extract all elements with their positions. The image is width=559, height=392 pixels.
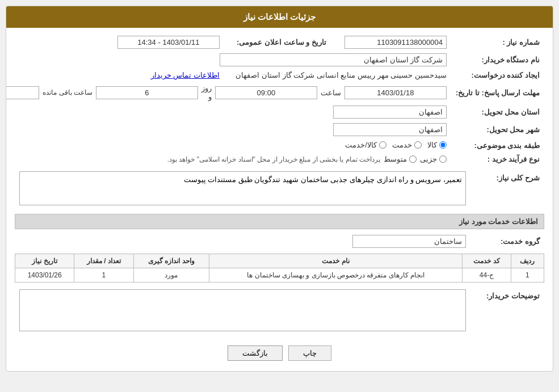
send-remaining-value: 17:50:54	[6, 86, 39, 99]
col-header-date: تاریخ نیاز	[15, 254, 74, 268]
table-cell-quantity: 1	[74, 268, 133, 283]
send-time-value: 09:00	[215, 86, 317, 99]
col-header-code: کد خدمت	[463, 254, 511, 268]
buyer-notes-textarea[interactable]	[19, 289, 466, 331]
delivery-province-label: استان محل تحویل:	[451, 103, 544, 121]
col-header-name: نام خدمت	[209, 254, 463, 268]
table-cell-row: 1	[511, 268, 544, 283]
buyer-name-value: شرکت گاز استان اصفهان	[220, 53, 447, 66]
purchase-type-motavaset-label: متوسط	[384, 155, 407, 163]
send-date-value: 1403/01/18	[344, 86, 447, 99]
need-number-value: 1103091138000004	[344, 36, 447, 49]
category-kala-label: کالا	[427, 141, 437, 149]
col-header-unit: واحد اندازه گیری	[133, 254, 209, 268]
print-button[interactable]: چاپ	[288, 345, 331, 361]
services-section-title: اطلاعات خدمات مورد نیاز	[15, 214, 544, 229]
send-days-label: روز و	[201, 84, 212, 101]
col-header-row: ردیف	[511, 254, 544, 268]
category-radio-kala-khedmat[interactable]: کالا/خدمت	[345, 141, 386, 149]
send-date-label: مهلت ارسال پاسخ: تا تاریخ:	[451, 82, 544, 103]
category-khedmat-label: خدمت	[392, 141, 412, 149]
delivery-province-value: اصفهان	[333, 106, 447, 119]
category-radio-khedmat[interactable]: خدمت	[392, 141, 422, 149]
purchase-type-radio-jazii[interactable]: جزیی	[420, 155, 447, 163]
back-button[interactable]: بازگشت	[228, 345, 283, 361]
requester-label: ایجاد کننده درخواست:	[451, 69, 544, 82]
requester-contact-link[interactable]: اطلاعات تماس خریدار	[151, 71, 220, 79]
need-number-label: شماره نیاز :	[451, 33, 544, 51]
announcement-label: تاریخ و ساعت اعلان عمومی:	[224, 33, 338, 51]
table-cell-date: 1403/01/26	[15, 268, 74, 283]
category-kala-khedmat-label: کالا/خدمت	[345, 141, 377, 149]
buyer-notes-label: توضیحات خریدار:	[470, 287, 544, 335]
requester-value: سیدحسین حسینی مهر رییس منابع انسانی شرکت…	[236, 71, 447, 79]
purchase-type-jazii-label: جزیی	[420, 155, 437, 163]
send-remaining-label: ساعت باقی مانده	[43, 88, 93, 96]
delivery-city-value: اصفهان	[333, 123, 447, 136]
delivery-city-label: شهر محل تحویل:	[451, 121, 544, 138]
description-label: شرح کلی نیاز:	[470, 169, 544, 209]
col-header-quantity: تعداد / مقدار	[74, 254, 133, 268]
description-textarea[interactable]	[19, 171, 466, 205]
table-row: 1ج-44انجام کارهای متفرقه درخصوص بازسازی …	[15, 268, 544, 283]
announcement-value: 1403/01/11 - 14:34	[117, 36, 220, 49]
purchase-type-label: نوع فرآیند خرید :	[451, 153, 544, 166]
category-radio-kala[interactable]: کالا	[427, 141, 447, 149]
purchase-note: پرداخت تمام یا بخشی از مبلغ خریدار از مح…	[167, 155, 380, 163]
service-group-label: گروه خدمت:	[470, 233, 544, 250]
table-cell-unit: مورد	[133, 268, 209, 283]
table-cell-name: انجام کارهای متفرقه درخصوص بازسازی و بهس…	[209, 268, 463, 283]
table-cell-code: ج-44	[463, 268, 511, 283]
send-time-label: ساعت	[321, 88, 341, 97]
service-group-value: ساختمان	[352, 235, 466, 248]
page-title: جزئیات اطلاعات نیاز	[6, 6, 553, 28]
send-days-value: 6	[96, 86, 198, 99]
category-label: طبقه بندی موضوعی:	[451, 138, 544, 153]
buyer-name-label: نام دستگاه خریدار:	[451, 51, 544, 69]
purchase-type-radio-motavaset[interactable]: متوسط	[384, 155, 417, 163]
